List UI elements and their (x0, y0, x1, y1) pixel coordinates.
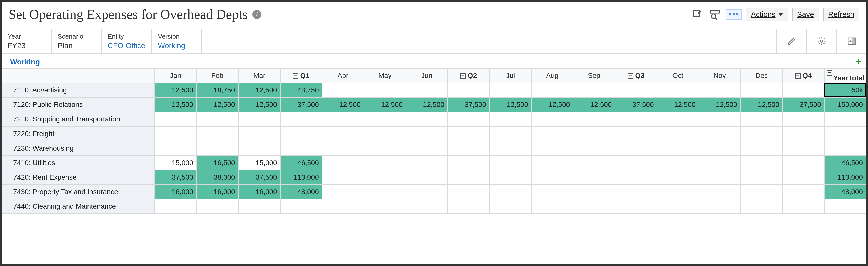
grid-cell[interactable]: 37,500 (280, 97, 322, 112)
grid-cell[interactable] (531, 83, 573, 97)
grid-cell[interactable] (573, 127, 615, 141)
grid-cell[interactable]: 48,000 (280, 185, 322, 199)
collapse-icon[interactable]: − (292, 73, 298, 79)
tab-working[interactable]: Working (3, 55, 46, 68)
grid-cell[interactable] (322, 170, 364, 185)
grid-cell[interactable] (615, 170, 657, 185)
pov-version[interactable]: Version Working (152, 29, 202, 53)
grid-cell[interactable] (741, 185, 782, 199)
grid-cell[interactable] (531, 112, 573, 127)
grid-cell[interactable] (699, 156, 741, 170)
grid-cell[interactable] (322, 127, 364, 141)
grid-cell[interactable]: 16,000 (239, 185, 280, 199)
grid-cell[interactable] (531, 141, 573, 156)
collapse-icon[interactable]: − (795, 73, 801, 79)
grid-cell[interactable] (699, 185, 741, 199)
grid-cell[interactable]: 37,500 (782, 97, 825, 112)
grid-cell[interactable]: 50k (825, 83, 866, 97)
grid-cell[interactable] (531, 170, 573, 185)
grid-cell[interactable] (280, 141, 322, 156)
collapse-icon[interactable]: − (827, 70, 832, 76)
grid-cell[interactable] (155, 112, 196, 127)
grid-cell[interactable] (364, 127, 406, 141)
grid-cell[interactable] (406, 199, 448, 214)
grid-cell[interactable] (448, 185, 490, 199)
col-header-Jul[interactable]: Jul (490, 68, 531, 83)
grid-cell[interactable] (657, 185, 699, 199)
grid-cell[interactable]: 37,500 (239, 170, 280, 185)
grid-cell[interactable]: 18,750 (196, 83, 238, 97)
grid-cell[interactable]: 12,500 (239, 83, 280, 97)
grid-cell[interactable] (741, 83, 782, 97)
grid-cell[interactable] (573, 112, 615, 127)
col-header-Jun[interactable]: Jun (406, 68, 448, 83)
grid-cell[interactable] (448, 112, 490, 127)
grid-cell[interactable]: 12,500 (155, 97, 196, 112)
col-header-Q1[interactable]: −Q1 (280, 68, 322, 83)
col-header-Sep[interactable]: Sep (573, 68, 615, 83)
col-header-May[interactable]: May (364, 68, 406, 83)
grid-cell[interactable] (490, 185, 531, 199)
grid-cell[interactable]: 113,000 (825, 170, 866, 185)
grid-cell[interactable] (364, 156, 406, 170)
grid-cell[interactable] (782, 141, 825, 156)
col-header-Aug[interactable]: Aug (531, 68, 573, 83)
pov-panel-toggle-icon[interactable] (836, 29, 867, 53)
grid-cell[interactable]: 48,000 (825, 185, 866, 199)
grid-cell[interactable]: 16,000 (196, 185, 238, 199)
grid-cell[interactable] (490, 141, 531, 156)
grid-cell[interactable]: 16,000 (155, 185, 196, 199)
grid-cell[interactable] (825, 127, 866, 141)
grid-cell[interactable]: 150,000 (825, 97, 866, 112)
grid-cell[interactable]: 12,500 (155, 83, 196, 97)
grid-cell[interactable] (615, 156, 657, 170)
edit-icon[interactable] (691, 7, 704, 21)
grid-cell[interactable] (741, 156, 782, 170)
grid-cell[interactable] (239, 141, 280, 156)
grid-cell[interactable] (280, 112, 322, 127)
grid-cell[interactable] (364, 185, 406, 199)
grid-cell[interactable]: 37,500 (448, 97, 490, 112)
grid-cell[interactable] (196, 112, 238, 127)
grid-cell[interactable] (741, 112, 782, 127)
grid-cell[interactable]: 12,500 (196, 97, 238, 112)
grid-cell[interactable] (782, 112, 825, 127)
grid-cell[interactable] (490, 83, 531, 97)
grid-cell[interactable]: 46,500 (825, 156, 866, 170)
row-header[interactable]: 7430: Property Tax and Insurance (2, 185, 155, 199)
grid-cell[interactable] (782, 170, 825, 185)
grid-cell[interactable] (448, 156, 490, 170)
grid-cell[interactable] (196, 199, 238, 214)
grid-cell[interactable] (406, 156, 448, 170)
grid-cell[interactable] (448, 141, 490, 156)
grid-cell[interactable] (573, 156, 615, 170)
grid-cell[interactable]: 12,500 (364, 97, 406, 112)
grid-cell[interactable] (490, 170, 531, 185)
grid-cell[interactable] (657, 141, 699, 156)
grid-cell[interactable] (448, 170, 490, 185)
grid-cell[interactable] (657, 112, 699, 127)
grid-cell[interactable] (448, 127, 490, 141)
grid-cell[interactable] (448, 199, 490, 214)
row-header[interactable]: 7120: Public Relations (2, 97, 155, 112)
grid-cell[interactable] (239, 127, 280, 141)
grid-cell[interactable] (657, 170, 699, 185)
info-icon[interactable]: i (252, 10, 261, 19)
grid-cell[interactable] (741, 141, 782, 156)
grid-cell[interactable]: 37,500 (615, 97, 657, 112)
grid-cell[interactable] (406, 170, 448, 185)
pov-scenario[interactable]: Scenario Plan (52, 29, 102, 53)
grid-cell[interactable] (573, 83, 615, 97)
grid-cell[interactable] (196, 141, 238, 156)
row-header[interactable]: 7420: Rent Expense (2, 170, 155, 185)
grid-cell[interactable] (322, 185, 364, 199)
col-header-Q3[interactable]: −Q3 (615, 68, 657, 83)
grid-cell[interactable] (573, 199, 615, 214)
grid-cell[interactable] (782, 185, 825, 199)
grid-cell[interactable]: 15,000 (239, 156, 280, 170)
collapse-icon[interactable]: − (627, 73, 633, 79)
grid-cell[interactable]: 113,000 (280, 170, 322, 185)
grid-cell[interactable] (155, 199, 196, 214)
grid-cell[interactable]: 37,500 (155, 170, 196, 185)
grid-cell[interactable] (699, 199, 741, 214)
